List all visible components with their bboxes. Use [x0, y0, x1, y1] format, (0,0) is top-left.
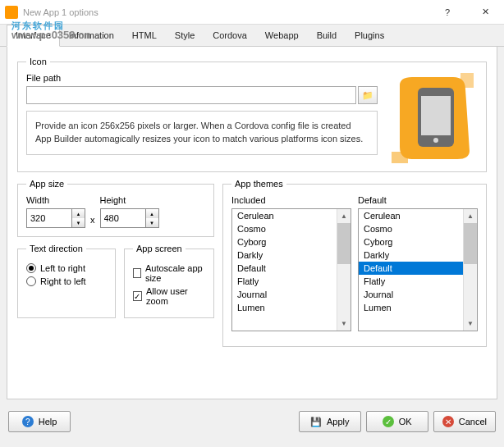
scrollbar[interactable]: ▲ ▼ [337, 209, 351, 331]
list-item[interactable]: Flatly [232, 275, 351, 288]
icon-hint: Provide an icon 256x256 pixels or larger… [26, 111, 378, 155]
ok-label: OK [399, 417, 412, 426]
app-screen-legend: App screen [133, 244, 186, 253]
list-item[interactable]: Cyborg [232, 235, 351, 249]
cancel-button[interactable]: ✕ Cancel [433, 411, 496, 432]
list-item[interactable]: Darkly [232, 249, 351, 262]
cancel-icon: ✕ [442, 416, 454, 427]
watermark: 河东软件园 www.pc0359.cn [11, 20, 90, 41]
filepath-label: File path [26, 73, 378, 83]
radio-rtl[interactable]: Right to left [26, 276, 107, 286]
included-label: Included [231, 195, 351, 205]
radio-dot-icon [26, 276, 36, 286]
width-down[interactable]: ▼ [72, 218, 85, 227]
scroll-thumb[interactable] [337, 223, 351, 264]
cancel-label: Cancel [459, 417, 487, 426]
list-item[interactable]: Lumen [359, 301, 477, 314]
watermark-sub: www.pc0359.cn [11, 29, 90, 41]
text-direction-group: Text direction Left to right Right to le… [17, 244, 116, 318]
app-size-legend: App size [26, 179, 67, 189]
scroll-thumb[interactable] [464, 223, 477, 264]
svg-point-3 [433, 138, 438, 143]
width-label: Width [26, 195, 85, 205]
help-icon: ? [22, 416, 34, 427]
scrollbar[interactable]: ▲ ▼ [463, 209, 477, 331]
tab-cordova[interactable]: Cordova [204, 25, 256, 46]
tab-style[interactable]: Style [166, 25, 204, 46]
list-item[interactable]: Default [359, 262, 477, 275]
scroll-up-icon[interactable]: ▲ [337, 209, 351, 223]
radio-ltr-label: Left to right [40, 263, 85, 273]
check-zoom[interactable]: ✓ Allow user zoom [133, 286, 205, 306]
size-separator: x [90, 215, 95, 228]
close-button[interactable]: ✕ [466, 0, 504, 25]
folder-icon: 📁 [362, 90, 373, 101]
help-label: Help [39, 417, 57, 426]
list-item[interactable]: Lumen [232, 301, 351, 314]
height-up[interactable]: ▲ [146, 209, 158, 218]
scroll-down-icon[interactable]: ▼ [464, 317, 477, 331]
included-listbox[interactable]: Cerulean Cosmo Cyborg Darkly Default Fla… [231, 208, 351, 331]
height-down[interactable]: ▼ [146, 218, 158, 227]
icon-legend: Icon [26, 57, 50, 66]
checkbox-icon: ✓ [133, 291, 142, 301]
radio-rtl-label: Right to left [40, 276, 86, 286]
width-input[interactable] [27, 209, 71, 227]
list-item[interactable]: Cosmo [359, 222, 477, 235]
default-label: Default [358, 195, 478, 205]
footer: ? Help 💾 Apply ✓ OK ✕ Cancel [0, 406, 504, 437]
text-direction-legend: Text direction [26, 244, 86, 253]
help-button[interactable]: ? Help [8, 411, 71, 432]
check-icon: ✓ [383, 416, 394, 427]
list-item[interactable]: Flatly [359, 275, 477, 288]
tab-build[interactable]: Build [308, 25, 346, 46]
help-titlebar-button[interactable]: ? [428, 0, 466, 25]
svg-rect-5 [460, 73, 474, 88]
default-listbox[interactable]: Cerulean Cosmo Cyborg Darkly Default Fla… [358, 208, 478, 331]
save-icon: 💾 [310, 417, 322, 427]
list-item[interactable]: Cerulean [232, 209, 351, 222]
checkbox-icon [133, 268, 141, 278]
list-item[interactable]: Journal [232, 288, 351, 301]
ok-button[interactable]: ✓ OK [366, 411, 428, 432]
width-spinbox[interactable]: ▲▼ [26, 208, 85, 228]
tab-plugins[interactable]: Plugins [346, 25, 393, 46]
tab-body: Icon File path 📁 Provide an icon 256x256… [7, 47, 497, 399]
tab-webapp[interactable]: Webapp [256, 25, 308, 46]
scroll-down-icon[interactable]: ▼ [337, 317, 351, 331]
svg-rect-4 [392, 152, 408, 163]
width-up[interactable]: ▲ [72, 209, 85, 218]
browse-button[interactable]: 📁 [358, 86, 378, 104]
list-item[interactable]: Default [232, 262, 351, 275]
app-size-group: App size Width ▲▼ x Height [17, 179, 214, 237]
filepath-input[interactable] [26, 86, 356, 104]
list-item[interactable]: Cyborg [359, 235, 477, 249]
height-label: Height [100, 195, 159, 205]
check-autoscale-label: Autoscale app size [145, 263, 205, 283]
height-spinbox[interactable]: ▲▼ [100, 208, 159, 228]
icon-group: Icon File path 📁 Provide an icon 256x256… [17, 57, 487, 172]
app-themes-legend: App themes [231, 179, 286, 189]
app-screen-group: App screen Autoscale app size ✓ Allow us… [124, 244, 214, 318]
height-input[interactable] [101, 209, 145, 227]
window-title: New App 1 options [23, 7, 428, 17]
radio-dot-icon [26, 263, 36, 273]
list-item[interactable]: Cerulean [359, 209, 477, 222]
apply-button[interactable]: 💾 Apply [299, 411, 361, 432]
check-zoom-label: Allow user zoom [146, 286, 205, 306]
check-autoscale[interactable]: Autoscale app size [133, 263, 205, 283]
tab-html[interactable]: HTML [123, 25, 166, 46]
radio-ltr[interactable]: Left to right [26, 263, 107, 273]
phone-illustration [392, 73, 474, 163]
list-item[interactable]: Darkly [359, 249, 477, 262]
list-item[interactable]: Journal [359, 288, 477, 301]
list-item[interactable]: Cosmo [232, 222, 351, 235]
svg-rect-2 [421, 96, 451, 135]
scroll-up-icon[interactable]: ▲ [464, 209, 477, 223]
app-icon [5, 6, 18, 19]
app-themes-group: App themes Included Cerulean Cosmo Cybor… [222, 179, 487, 347]
apply-label: Apply [327, 417, 350, 426]
